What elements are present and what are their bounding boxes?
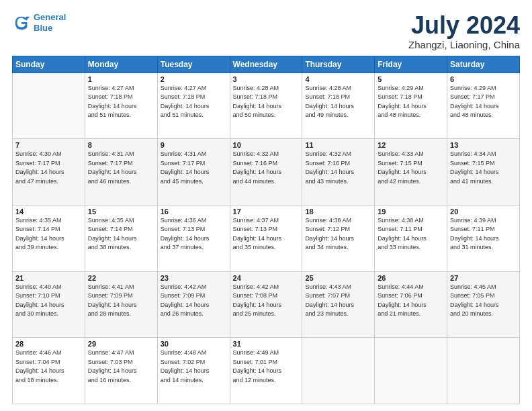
header-monday: Monday <box>85 56 157 73</box>
day-info: Sunrise: 4:45 AM Sunset: 7:05 PM Dayligh… <box>450 283 517 319</box>
day-number: 12 <box>378 141 444 149</box>
title-block: July 2024 Zhangzi, Liaoning, China <box>408 12 520 50</box>
day-number: 22 <box>88 274 154 282</box>
day-info: Sunrise: 4:43 AM Sunset: 7:07 PM Dayligh… <box>305 283 371 319</box>
calendar-header-row: Sunday Monday Tuesday Wednesday Thursday… <box>13 56 520 73</box>
day-number: 7 <box>15 141 82 149</box>
day-info: Sunrise: 4:31 AM Sunset: 7:17 PM Dayligh… <box>161 150 227 186</box>
day-info: Sunrise: 4:35 AM Sunset: 7:14 PM Dayligh… <box>15 216 82 253</box>
table-row: 11Sunrise: 4:32 AM Sunset: 7:16 PM Dayli… <box>302 139 375 205</box>
day-number: 10 <box>233 141 300 149</box>
day-info: Sunrise: 4:39 AM Sunset: 7:11 PM Dayligh… <box>450 216 517 253</box>
header-thursday: Thursday <box>302 56 375 73</box>
page: General Blue July 2024 Zhangzi, Liaoning… <box>0 0 532 411</box>
day-number: 1 <box>88 75 154 83</box>
table-row: 17Sunrise: 4:37 AM Sunset: 7:13 PM Dayli… <box>230 205 302 271</box>
day-info: Sunrise: 4:46 AM Sunset: 7:04 PM Dayligh… <box>15 349 82 385</box>
day-number: 17 <box>233 208 300 216</box>
day-info: Sunrise: 4:27 AM Sunset: 7:18 PM Dayligh… <box>161 84 227 120</box>
table-row: 7Sunrise: 4:30 AM Sunset: 7:17 PM Daylig… <box>13 139 85 205</box>
day-info: Sunrise: 4:32 AM Sunset: 7:16 PM Dayligh… <box>233 150 300 186</box>
day-number: 31 <box>233 340 300 348</box>
table-row: 13Sunrise: 4:34 AM Sunset: 7:15 PM Dayli… <box>447 139 520 205</box>
day-info: Sunrise: 4:48 AM Sunset: 7:02 PM Dayligh… <box>161 349 227 385</box>
day-number: 6 <box>450 75 517 83</box>
day-number: 26 <box>378 274 444 282</box>
day-number: 21 <box>15 274 82 282</box>
day-info: Sunrise: 4:44 AM Sunset: 7:06 PM Dayligh… <box>378 283 444 319</box>
day-number: 30 <box>161 340 227 348</box>
day-number: 25 <box>305 274 371 282</box>
table-row: 26Sunrise: 4:44 AM Sunset: 7:06 PM Dayli… <box>375 271 447 338</box>
day-info: Sunrise: 4:49 AM Sunset: 7:01 PM Dayligh… <box>233 349 300 385</box>
header-tuesday: Tuesday <box>157 56 230 73</box>
table-row <box>13 73 85 139</box>
day-number: 20 <box>450 208 517 216</box>
day-number: 4 <box>305 75 371 83</box>
day-info: Sunrise: 4:34 AM Sunset: 7:15 PM Dayligh… <box>450 150 517 186</box>
day-info: Sunrise: 4:29 AM Sunset: 7:17 PM Dayligh… <box>450 84 517 120</box>
table-row: 27Sunrise: 4:45 AM Sunset: 7:05 PM Dayli… <box>447 271 520 338</box>
logo-line2: Blue <box>34 23 52 33</box>
day-info: Sunrise: 4:28 AM Sunset: 7:18 PM Dayligh… <box>233 84 300 120</box>
table-row: 15Sunrise: 4:35 AM Sunset: 7:14 PM Dayli… <box>85 205 157 271</box>
day-number: 28 <box>15 340 82 348</box>
table-row: 2Sunrise: 4:27 AM Sunset: 7:18 PM Daylig… <box>157 73 230 139</box>
logo-text: General Blue <box>34 12 66 33</box>
day-info: Sunrise: 4:31 AM Sunset: 7:17 PM Dayligh… <box>88 150 154 186</box>
table-row: 8Sunrise: 4:31 AM Sunset: 7:17 PM Daylig… <box>85 139 157 205</box>
logo-line1: General <box>34 12 66 22</box>
day-info: Sunrise: 4:42 AM Sunset: 7:08 PM Dayligh… <box>233 283 300 319</box>
day-number: 13 <box>450 141 517 149</box>
calendar-week-row: 14Sunrise: 4:35 AM Sunset: 7:14 PM Dayli… <box>13 205 520 271</box>
calendar-week-row: 21Sunrise: 4:40 AM Sunset: 7:10 PM Dayli… <box>13 271 520 338</box>
table-row: 29Sunrise: 4:47 AM Sunset: 7:03 PM Dayli… <box>85 338 157 404</box>
day-info: Sunrise: 4:41 AM Sunset: 7:09 PM Dayligh… <box>88 283 154 319</box>
table-row: 6Sunrise: 4:29 AM Sunset: 7:17 PM Daylig… <box>447 73 520 139</box>
day-number: 18 <box>305 208 371 216</box>
table-row: 24Sunrise: 4:42 AM Sunset: 7:08 PM Dayli… <box>230 271 302 338</box>
table-row: 25Sunrise: 4:43 AM Sunset: 7:07 PM Dayli… <box>302 271 375 338</box>
day-number: 27 <box>450 274 517 282</box>
day-number: 29 <box>88 340 154 348</box>
table-row: 14Sunrise: 4:35 AM Sunset: 7:14 PM Dayli… <box>13 205 85 271</box>
calendar-table: Sunday Monday Tuesday Wednesday Thursday… <box>12 56 520 404</box>
table-row: 10Sunrise: 4:32 AM Sunset: 7:16 PM Dayli… <box>230 139 302 205</box>
table-row <box>302 338 375 404</box>
day-number: 19 <box>378 208 444 216</box>
day-info: Sunrise: 4:29 AM Sunset: 7:18 PM Dayligh… <box>378 84 444 120</box>
day-number: 23 <box>161 274 227 282</box>
table-row: 28Sunrise: 4:46 AM Sunset: 7:04 PM Dayli… <box>13 338 85 404</box>
calendar-week-row: 28Sunrise: 4:46 AM Sunset: 7:04 PM Dayli… <box>13 338 520 404</box>
day-info: Sunrise: 4:36 AM Sunset: 7:13 PM Dayligh… <box>161 216 227 253</box>
day-info: Sunrise: 4:38 AM Sunset: 7:12 PM Dayligh… <box>305 216 371 253</box>
table-row: 31Sunrise: 4:49 AM Sunset: 7:01 PM Dayli… <box>230 338 302 404</box>
day-info: Sunrise: 4:40 AM Sunset: 7:10 PM Dayligh… <box>15 283 82 319</box>
calendar-week-row: 1Sunrise: 4:27 AM Sunset: 7:18 PM Daylig… <box>13 73 520 139</box>
table-row: 20Sunrise: 4:39 AM Sunset: 7:11 PM Dayli… <box>447 205 520 271</box>
day-info: Sunrise: 4:38 AM Sunset: 7:11 PM Dayligh… <box>378 216 444 253</box>
day-info: Sunrise: 4:33 AM Sunset: 7:15 PM Dayligh… <box>378 150 444 186</box>
table-row: 23Sunrise: 4:42 AM Sunset: 7:09 PM Dayli… <box>157 271 230 338</box>
table-row: 21Sunrise: 4:40 AM Sunset: 7:10 PM Dayli… <box>13 271 85 338</box>
table-row: 30Sunrise: 4:48 AM Sunset: 7:02 PM Dayli… <box>157 338 230 404</box>
day-info: Sunrise: 4:27 AM Sunset: 7:18 PM Dayligh… <box>88 84 154 120</box>
day-info: Sunrise: 4:42 AM Sunset: 7:09 PM Dayligh… <box>161 283 227 319</box>
table-row: 9Sunrise: 4:31 AM Sunset: 7:17 PM Daylig… <box>157 139 230 205</box>
header-friday: Friday <box>375 56 447 73</box>
day-number: 9 <box>161 141 227 149</box>
day-info: Sunrise: 4:32 AM Sunset: 7:16 PM Dayligh… <box>305 150 371 186</box>
table-row: 1Sunrise: 4:27 AM Sunset: 7:18 PM Daylig… <box>85 73 157 139</box>
header-sunday: Sunday <box>13 56 85 73</box>
table-row: 12Sunrise: 4:33 AM Sunset: 7:15 PM Dayli… <box>375 139 447 205</box>
day-number: 15 <box>88 208 154 216</box>
header-wednesday: Wednesday <box>230 56 302 73</box>
calendar-week-row: 7Sunrise: 4:30 AM Sunset: 7:17 PM Daylig… <box>13 139 520 205</box>
table-row: 19Sunrise: 4:38 AM Sunset: 7:11 PM Dayli… <box>375 205 447 271</box>
table-row: 3Sunrise: 4:28 AM Sunset: 7:18 PM Daylig… <box>230 73 302 139</box>
day-number: 2 <box>161 75 227 83</box>
day-number: 16 <box>161 208 227 216</box>
logo-icon <box>12 13 31 32</box>
day-info: Sunrise: 4:35 AM Sunset: 7:14 PM Dayligh… <box>88 216 154 253</box>
header-saturday: Saturday <box>447 56 520 73</box>
